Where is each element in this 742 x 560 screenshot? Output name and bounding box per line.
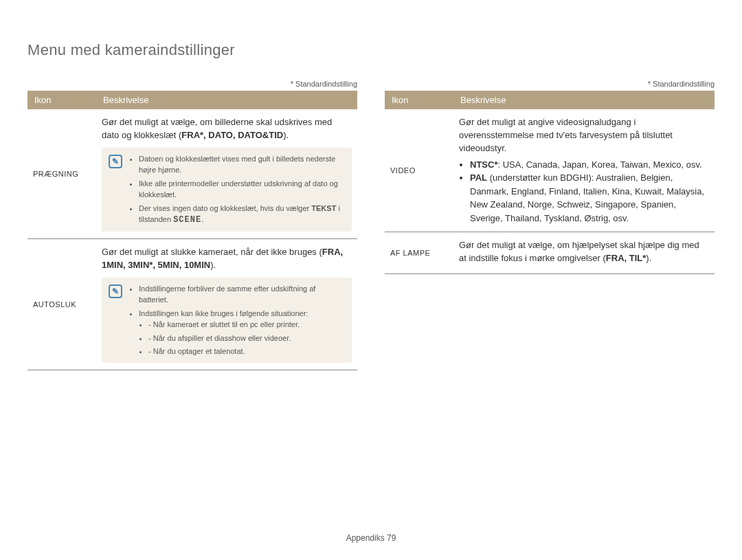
note-box: ✎ Datoen og klokkeslættet vises med gult… (102, 148, 352, 232)
setting-icon-label: AF LAMPE (385, 232, 453, 274)
note-scene: SCENE (173, 215, 201, 225)
note-text: Der vises ingen dato og klokkeslæt, hvis… (139, 204, 311, 212)
page-footer: Appendiks 79 (0, 533, 742, 543)
desc-options: FRA*, DATO, DATO&TID (181, 130, 283, 140)
note-subitem: Når du optager et talenotat. (148, 346, 345, 357)
note-item: Datoen og klokkeslættet vises med gult i… (139, 153, 345, 176)
left-column: * Standardindstilling Ikon Beskrivelse P… (27, 80, 357, 370)
table-row: PRÆGNING Gør det muligt at vælge, om bil… (27, 109, 357, 239)
note-item: Indstillingerne forbliver de samme efter… (139, 283, 345, 306)
desc-text: Gør det muligt at vælge, om hjælpelyset … (459, 239, 709, 265)
th-desc: Beskrivelse (453, 91, 715, 109)
page-title: Menu med kameraindstillinger (27, 41, 715, 59)
setting-icon-label: AUTOSLUK (27, 239, 96, 370)
note-list: Datoen og klokkeslættet vises med gult i… (129, 153, 345, 227)
table-row: AF LAMPE Gør det muligt at vælge, om hjæ… (385, 232, 715, 274)
note-text: Indstillingen kan ikke bruges i følgende… (139, 309, 308, 317)
setting-desc: Gør det muligt at slukke kameraet, når d… (96, 239, 357, 370)
settings-table-right: Ikon Beskrivelse VIDEO Gør det muligt at… (385, 91, 715, 274)
pal-label: PAL (470, 172, 487, 183)
desc-text: Gør det muligt at slukke kameraet, når d… (102, 246, 352, 272)
desc-post: ). (646, 253, 651, 263)
note-text: . (201, 215, 203, 223)
note-icon: ✎ (109, 284, 122, 298)
note-item: Indstillingen kan ikke bruges i følgende… (139, 308, 345, 357)
note-sublist: Når kameraet er sluttet til en pc eller … (139, 319, 345, 357)
note-item: Ikke alle printermodeller understøtter u… (139, 178, 345, 201)
note-icon: ✎ (109, 155, 122, 168)
columns: * Standardindstilling Ikon Beskrivelse P… (27, 80, 715, 370)
desc-post: ). (283, 130, 289, 140)
note-item: Der vises ingen dato og klokkeslæt, hvis… (139, 203, 345, 227)
settings-table-left: Ikon Beskrivelse PRÆGNING Gør det muligt… (27, 91, 357, 370)
setting-desc: Gør det muligt at vælge, om hjælpelyset … (453, 232, 715, 274)
th-icon: Ikon (385, 91, 453, 109)
desc-pre: Gør det muligt at vælge, om hjælpelyset … (459, 240, 699, 263)
footer-label: Appendiks (346, 533, 385, 543)
desc-pre: Gør det muligt at slukke kameraet, når d… (102, 247, 322, 257)
setting-desc: Gør det muligt at angive videosignaludga… (453, 109, 715, 232)
desc-text: Gør det muligt at vælge, om billederne s… (102, 116, 352, 142)
default-note: * Standardindstilling (385, 80, 715, 88)
setting-icon-label: VIDEO (385, 109, 453, 232)
footer-page: 79 (387, 533, 396, 543)
list-item: NTSC*: USA, Canada, Japan, Korea, Taiwan… (470, 158, 709, 172)
setting-desc: Gør det muligt at vælge, om billederne s… (96, 109, 357, 239)
video-list: NTSC*: USA, Canada, Japan, Korea, Taiwan… (459, 158, 709, 225)
note-bold: TEKST (311, 204, 336, 212)
desc-text: Gør det muligt at angive videosignaludga… (459, 116, 709, 155)
desc-options: FRA, TIL* (606, 253, 647, 263)
default-note: * Standardindstilling (27, 80, 357, 88)
pal-paren: (understøtter kun BDGHI) (487, 172, 592, 183)
note-subitem: Når du afspiller et diasshow eller video… (148, 333, 345, 344)
ntsc-label: NTSC* (470, 159, 497, 170)
note-list: Indstillingerne forbliver de samme efter… (129, 283, 345, 357)
setting-icon-label: PRÆGNING (27, 109, 96, 239)
right-column: * Standardindstilling Ikon Beskrivelse V… (385, 80, 715, 370)
th-icon: Ikon (27, 91, 96, 109)
list-item: PAL (understøtter kun BDGHI): Australien… (470, 171, 709, 225)
document-page: Menu med kameraindstillinger * Standardi… (0, 0, 742, 560)
table-row: AUTOSLUK Gør det muligt at slukke kamera… (27, 239, 357, 370)
note-subitem: Når kameraet er sluttet til en pc eller … (148, 319, 345, 331)
note-box: ✎ Indstillingerne forbliver de samme eft… (102, 278, 352, 363)
ntsc-text: : USA, Canada, Japan, Korea, Taiwan, Mex… (497, 159, 701, 170)
th-desc: Beskrivelse (96, 91, 357, 109)
desc-post: ). (210, 260, 216, 270)
table-row: VIDEO Gør det muligt at angive videosign… (385, 109, 715, 232)
